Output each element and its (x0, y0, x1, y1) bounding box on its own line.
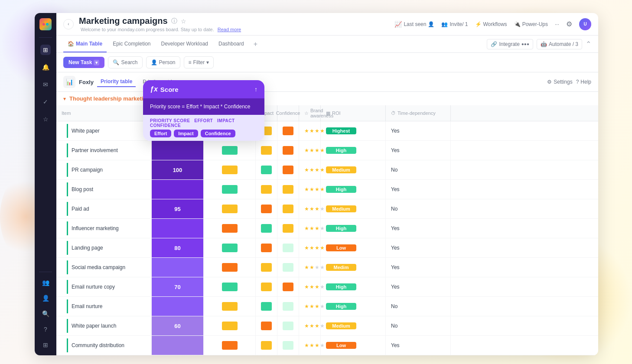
star-filled: ★ (304, 147, 309, 153)
cell-roi: Highest (321, 121, 386, 140)
sidebar-icon-help[interactable]: ? (40, 324, 51, 335)
cell-item-name: Landing page (56, 238, 152, 257)
sidebar-icon-person[interactable]: 👤 (40, 293, 51, 303)
cell-impact (256, 219, 277, 238)
tab-main-table[interactable]: 🏠 Main Table (63, 36, 107, 52)
automate-icon: 🤖 (541, 41, 547, 47)
effort-bar (222, 224, 238, 233)
tab-developer-workload[interactable]: Developer Workload (157, 36, 213, 52)
roi-badge: Medium (326, 322, 356, 329)
cell-brand-awareness: ★★★★★ (299, 297, 321, 316)
impact-bar (261, 205, 272, 213)
invite-icon: 👥 (441, 21, 448, 27)
cell-time-dependency: No (386, 199, 451, 218)
sidebar-icon-search[interactable]: 🔍 (40, 309, 51, 319)
sidebar-icon-home[interactable]: ⊞ (40, 45, 51, 55)
invite-item[interactable]: 👥 Invite/ 1 (441, 21, 468, 27)
table-row: White paper 125 ★★★★★ Highest Yes (56, 121, 598, 141)
cell-roi: Medium (321, 316, 386, 335)
integrate-dots: ●●● (521, 42, 529, 46)
effort-bar (222, 322, 238, 330)
star-filled: ★ (304, 206, 309, 212)
group1-collapse-icon[interactable]: ▾ (63, 96, 66, 102)
sidebar-icon-inbox[interactable]: ✉ (40, 79, 51, 90)
sidebar-icon-star[interactable]: ☆ (40, 114, 51, 124)
roi-badge: High (326, 225, 356, 232)
table-row: Social media campaign ★★★★★ Medim Yes (56, 258, 598, 277)
cell-priority-score: 80 (152, 238, 204, 257)
star-filled: ★ (309, 264, 314, 270)
confidence-bar (283, 244, 293, 252)
cell-priority-score (152, 258, 204, 277)
table-row: Landing page 80 ★★★★★ Low Yes (56, 238, 598, 258)
help-icon: ? (576, 79, 579, 85)
cell-effort (204, 238, 256, 257)
cell-roi: Medium (321, 199, 386, 218)
cell-item-name: White paper launch (56, 316, 152, 335)
person-icon: 👤 (151, 59, 157, 65)
info-icon[interactable]: ⓘ (171, 17, 177, 25)
effort-bar (222, 244, 238, 252)
filter-button[interactable]: ≡ Filter ▾ (184, 56, 214, 68)
cell-time-dependency: Yes (386, 238, 451, 257)
roi-badge: Highest (326, 127, 356, 134)
view-tab-priority-table[interactable]: Priority table (97, 77, 136, 87)
main-content: ‹ Marketing campaigns ⓘ ☆ Welcome to you… (56, 13, 598, 355)
table-row: Community distribution ★★★★★ Low Yes (56, 336, 598, 355)
user-avatar[interactable]: U (579, 18, 591, 30)
settings-button[interactable]: ⚙ Settings (547, 79, 572, 85)
read-more-link[interactable]: Read more (218, 27, 241, 32)
cell-item-name: Community distribution (56, 336, 152, 355)
cell-effort (204, 258, 256, 277)
more-menu[interactable]: ··· (555, 21, 559, 27)
sidebar-icon-notifications[interactable]: 🔔 (40, 62, 51, 72)
row-bar (67, 124, 68, 138)
cell-time-dependency: Yes (386, 219, 451, 238)
tab-dashboard[interactable]: Dashboard (214, 36, 248, 52)
workflow-icon: ⚡ (475, 21, 482, 27)
person-button[interactable]: 👤 Person (146, 56, 180, 68)
effort-bar (222, 205, 238, 213)
app-logo[interactable] (39, 18, 52, 30)
cell-priority-score: 95 (152, 199, 204, 218)
settings-gear-icon[interactable]: ⚙ (566, 20, 572, 28)
toolbar: New Task ▾ 🔍 Search 👤 Person ≡ Filter ▾ (56, 53, 598, 72)
cell-roi: High (321, 141, 386, 160)
help-button[interactable]: ? Help (576, 79, 591, 85)
row-bar (67, 202, 68, 216)
automate-button[interactable]: 🤖 Automate / 3 (537, 39, 582, 49)
table-area[interactable]: ↻ ▾ Thought leadership marketing campaig… (56, 92, 598, 355)
roi-badge: High (326, 303, 356, 310)
row-bar (67, 163, 68, 177)
add-tab-button[interactable]: + (250, 39, 261, 50)
sidebar-icon-apps[interactable]: ⊞ (40, 340, 51, 350)
popup-sort-arrow[interactable]: ↑ (254, 86, 257, 93)
star-filled: ★ (309, 303, 314, 309)
roi-badge: Medium (326, 205, 356, 212)
collapse-icon[interactable]: ⌃ (586, 40, 591, 48)
star-icon[interactable]: ☆ (181, 18, 186, 25)
search-button[interactable]: 🔍 Search (108, 56, 142, 68)
table-row: White paper launch 60 ★★★★★ Medium No (56, 316, 598, 336)
cell-impact (256, 297, 277, 316)
tab-epic-completion[interactable]: Epic Completion (108, 36, 155, 52)
integrate-button[interactable]: 🔗 Integrate ●●● (487, 39, 533, 49)
topbar: ‹ Marketing campaigns ⓘ ☆ Welcome to you… (56, 13, 598, 36)
sidebar-icon-tasks[interactable]: ✓ (40, 97, 51, 107)
cell-time-dependency: Yes (386, 180, 451, 199)
cell-roi: High (321, 297, 386, 316)
sidebar: ⊞ 🔔 ✉ ✓ ☆ 👥 👤 🔍 ? ⊞ (35, 13, 56, 355)
workflows-item[interactable]: ⚡ Workflows (475, 21, 507, 27)
cell-item-name: Social media campaign (56, 258, 152, 277)
filter-icon: ≡ (189, 59, 192, 65)
sidebar-icon-add-member[interactable]: 👥 (40, 277, 51, 288)
back-button[interactable]: ‹ (63, 19, 74, 29)
cell-impact (256, 238, 277, 257)
star-filled: ★ (315, 167, 319, 173)
new-task-button[interactable]: New Task ▾ (63, 57, 104, 68)
cell-item-name: Email nurture copy (56, 277, 152, 296)
last-seen-item[interactable]: 📈 Last seen 👤 (394, 21, 434, 28)
score-popup-header: ƒx Score ↑ (143, 80, 264, 98)
powerups-item[interactable]: 🔌 Power-Ups (514, 21, 548, 27)
cell-brand-awareness: ★★★★★ (299, 219, 321, 238)
